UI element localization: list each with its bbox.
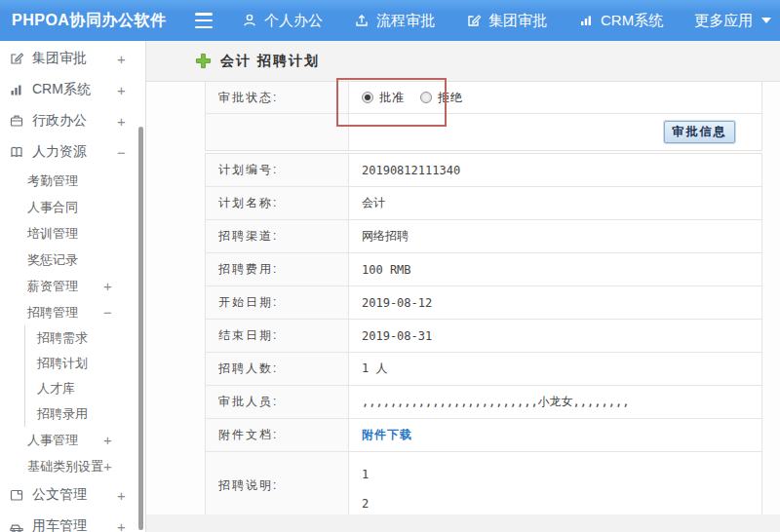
nav-group-approval[interactable]: 集团审批 <box>466 12 547 30</box>
sidebar-item-attendance-mgmt[interactable]: 考勤管理 <box>0 168 145 194</box>
sidebar-item-salary-mgmt[interactable]: 薪资管理 + <box>0 273 145 299</box>
footer-strip <box>146 514 780 532</box>
field-value: ,,,,,,,,,,,,,,,,,,,,,,,,,小龙女,,,,,,,, <box>349 386 761 418</box>
field-label: 附件文档: <box>206 419 349 451</box>
nav-personal-office[interactable]: 个人办公 <box>242 12 323 30</box>
sidebar-item-training-mgmt[interactable]: 培训管理 <box>0 220 145 247</box>
field-label-approval-status: 审批状态: <box>206 82 349 113</box>
app-logo[interactable]: PHPOA协同办公软件 <box>0 11 181 31</box>
expand-toggle[interactable]: + <box>103 433 112 447</box>
field-value: 100 RMB <box>349 253 761 285</box>
field-label: 招聘费用: <box>206 253 349 285</box>
approval-status-row: 审批状态: 批准 拒绝 <box>206 82 761 114</box>
document-icon <box>9 487 25 504</box>
field-row-end-date: 结束日期: 2019-08-31 <box>206 320 761 353</box>
field-label: 招聘人数: <box>206 353 349 385</box>
sidebar-item-hr-contract[interactable]: 人事合同 <box>0 194 145 220</box>
phpoa-app: PHPOA协同办公软件 个人办公 流程审批 集团审批 <box>0 0 780 532</box>
sidebar-item-label: 人才库 <box>37 380 75 398</box>
sidebar-item-label: 奖惩记录 <box>27 251 78 269</box>
sidebar-item-recruitment-plan[interactable]: 招聘计划 <box>24 351 145 376</box>
approval-table: 审批状态: 批准 拒绝 审批信息 <box>205 82 762 151</box>
field-label: 招聘渠道: <box>206 220 349 252</box>
bar-chart-icon <box>578 13 594 28</box>
bar-chart-icon <box>9 82 25 98</box>
nav-label: 集团审批 <box>488 12 547 30</box>
briefcase-icon <box>9 113 25 130</box>
field-label: 招聘说明: <box>206 452 349 518</box>
field-value: 1 人 <box>349 353 761 385</box>
sidebar-item-group-approval[interactable]: 集团审批 + <box>0 43 145 74</box>
page-title: 会计 招聘计划 <box>220 53 320 70</box>
expand-toggle[interactable]: + <box>103 459 112 474</box>
field-row-attachment: 附件文档: 附件下载 <box>206 419 761 452</box>
expand-toggle[interactable]: + <box>117 114 126 129</box>
hamburger-menu-icon[interactable] <box>195 13 216 28</box>
nav-crm-system[interactable]: CRM系统 <box>578 12 663 30</box>
radio-approve[interactable]: 批准 <box>362 90 405 106</box>
approval-status-value: 批准 拒绝 <box>349 82 761 113</box>
field-row-plan-number: 计划编号: 20190812111340 <box>206 154 761 187</box>
field-label: 结束日期: <box>206 320 349 352</box>
sidebar-item-document-mgmt[interactable]: 公文管理 + <box>0 479 145 511</box>
expand-toggle[interactable]: + <box>117 83 126 97</box>
field-row-start-date: 开始日期: 2019-08-12 <box>206 286 761 320</box>
sidebar-item-label: 集团审批 <box>32 50 87 67</box>
sidebar-scrollbar[interactable] <box>138 127 143 530</box>
radio-selected-icon[interactable] <box>362 92 373 103</box>
caret-down-icon <box>761 18 771 23</box>
sidebar-item-label: 用车管理 <box>32 517 87 532</box>
process-icon <box>354 13 370 28</box>
radio-approve-label: 批准 <box>379 90 405 106</box>
sidebar-item-talent-pool[interactable]: 人才库 <box>24 376 145 401</box>
field-label: 开始日期: <box>206 286 349 319</box>
main-content: 会计 招聘计划 审批状态: 批准 拒绝 <box>146 41 780 532</box>
sidebar-item-label: 招聘需求 <box>37 329 88 347</box>
detail-form-table: 计划编号: 20190812111340 计划名称: 会计 招聘渠道: 网络招聘… <box>205 153 762 519</box>
approval-info-button[interactable]: 审批信息 <box>664 121 735 143</box>
person-icon <box>242 13 257 28</box>
field-value: 网络招聘 <box>349 220 761 252</box>
sidebar-item-label: 人事合同 <box>27 199 78 216</box>
book-icon <box>9 144 25 161</box>
approval-button-row: 审批信息 <box>206 114 761 150</box>
collapse-toggle[interactable]: − <box>117 145 126 160</box>
sidebar-item-reward-punish-records[interactable]: 奖惩记录 <box>0 247 145 273</box>
attachment-download-link[interactable]: 附件下载 <box>362 427 412 443</box>
page-title-bar: 会计 招聘计划 <box>146 41 780 82</box>
expand-toggle[interactable]: + <box>117 488 126 503</box>
sidebar-item-recruitment-needs[interactable]: 招聘需求 <box>24 325 145 351</box>
sidebar-item-vehicle-mgmt[interactable]: 用车管理 + <box>0 511 145 532</box>
sidebar: 集团审批 + CRM系统 + 行政办公 + 人力资源 − 考勤管理 <box>0 41 146 532</box>
expand-toggle[interactable]: + <box>117 52 126 66</box>
field-row-recruit-cost: 招聘费用: 100 RMB <box>206 253 761 286</box>
field-value: 20190812111340 <box>349 154 761 186</box>
expand-toggle[interactable]: + <box>117 519 126 532</box>
car-icon <box>9 518 25 532</box>
nav-label: 个人办公 <box>264 12 323 30</box>
collapse-toggle[interactable]: − <box>103 305 112 320</box>
nav-label: 更多应用 <box>694 12 753 30</box>
nav-process-approval[interactable]: 流程审批 <box>354 12 435 30</box>
sidebar-item-label: 基础类别设置 <box>27 458 103 475</box>
top-header-bar: PHPOA协同办公软件 个人办公 流程审批 集团审批 <box>0 0 780 41</box>
expand-toggle[interactable]: + <box>103 279 112 293</box>
field-label: 计划名称: <box>206 187 349 219</box>
sidebar-item-personnel-mgmt[interactable]: 人事管理 + <box>0 427 145 453</box>
nav-more-apps[interactable]: 更多应用 <box>694 12 771 30</box>
sidebar-item-label: 招聘录用 <box>37 405 88 423</box>
sidebar-item-label: 招聘管理 <box>27 304 78 322</box>
add-icon[interactable] <box>195 53 212 69</box>
sidebar-item-human-resources[interactable]: 人力资源 − <box>0 136 145 168</box>
radio-reject[interactable]: 拒绝 <box>420 90 463 106</box>
field-label: 审批人员: <box>206 386 349 418</box>
sidebar-item-crm-system[interactable]: CRM系统 + <box>0 74 145 105</box>
radio-unselected-icon[interactable] <box>420 92 432 103</box>
sidebar-item-recruitment-mgmt[interactable]: 招聘管理 − <box>0 299 145 325</box>
sidebar-item-admin-office[interactable]: 行政办公 + <box>0 105 145 136</box>
sidebar-item-base-category-settings[interactable]: 基础类别设置 + <box>0 453 145 479</box>
sidebar-item-recruitment-hiring[interactable]: 招聘录用 <box>24 401 145 427</box>
field-value: 会计 <box>349 187 761 219</box>
field-value: 2019-08-31 <box>349 320 761 352</box>
nav-label: CRM系统 <box>601 12 663 30</box>
